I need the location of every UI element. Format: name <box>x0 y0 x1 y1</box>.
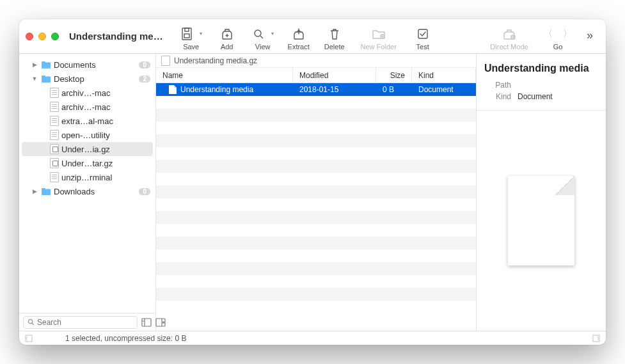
text-file-icon <box>50 172 59 182</box>
preview-panel: Understanding media Path KindDocument <box>477 54 606 331</box>
svg-point-7 <box>28 319 32 323</box>
file-name: Understanding media <box>180 85 253 94</box>
sidebar: ▶Documents0▼Desktop2archiv…-macarchiv…-m… <box>19 54 156 331</box>
empty-row <box>156 275 476 288</box>
folder-icon <box>41 75 51 83</box>
back-button[interactable]: 〈 <box>539 28 558 40</box>
close-window-button[interactable] <box>26 33 33 40</box>
empty-row <box>156 211 476 224</box>
count-badge: 0 <box>139 61 150 68</box>
disclosure-triangle-icon[interactable]: ▶ <box>31 61 38 68</box>
toolbar: ▾ Save Add ▾ View <box>173 22 599 51</box>
sidebar-item[interactable]: ▶Downloads0 <box>19 184 155 198</box>
empty-row <box>156 109 476 122</box>
sidebar-item[interactable]: Under…ia.gz <box>22 142 153 156</box>
sidebar-item[interactable]: ▼Desktop2 <box>19 72 155 86</box>
save-icon: ▾ <box>180 26 202 42</box>
left-grip-icon[interactable] <box>24 334 33 343</box>
sidebar-item[interactable]: open-…utility <box>19 128 155 142</box>
sidebar-item-label: Under…ia.gz <box>61 145 110 154</box>
empty-row <box>156 122 476 134</box>
preview-kind-value: Document <box>518 92 598 101</box>
sidebar-item-label: extra…al-mac <box>61 116 113 126</box>
view-button[interactable]: ▾ View <box>245 26 281 51</box>
sidebar-item[interactable]: Under…tar.gz <box>19 156 155 170</box>
column-modified[interactable]: Modified <box>293 68 376 83</box>
svg-point-3 <box>255 30 261 36</box>
sidebar-item-label: open-…utility <box>61 131 110 140</box>
preview-kind-label: Kind <box>484 92 511 101</box>
toolbar-label: Direct Mode <box>490 43 528 51</box>
minimize-window-button[interactable] <box>38 33 46 40</box>
zoom-window-button[interactable] <box>51 33 59 40</box>
sidebar-item-label: Downloads <box>54 187 95 196</box>
disclosure-triangle-icon[interactable]: ▼ <box>31 75 38 82</box>
search-input[interactable] <box>37 318 133 327</box>
empty-row <box>156 224 476 237</box>
folder-icon <box>41 187 51 196</box>
breadcrumb[interactable]: Understanding media.gz <box>156 54 476 68</box>
go-arrows: 〈 〉 <box>539 26 577 42</box>
file-rows: Understanding media2018-01-150 BDocument <box>156 83 476 331</box>
new-folder-icon <box>371 26 386 42</box>
column-kind[interactable]: Kind <box>412 68 476 83</box>
svg-rect-1 <box>185 28 189 31</box>
window-title: Understanding me… <box>69 31 163 42</box>
test-icon <box>416 26 430 42</box>
status-text: 1 selected, uncompressed size: 0 B <box>33 334 592 343</box>
view-icon: ▾ <box>251 26 274 42</box>
file-row[interactable]: Understanding media2018-01-150 BDocument <box>156 83 476 96</box>
text-file-icon <box>50 130 59 140</box>
forward-button[interactable]: 〉 <box>558 28 577 40</box>
sidebar-footer <box>19 313 155 331</box>
titlebar: Understanding me… ▾ Save Add <box>19 19 606 54</box>
right-grip-icon[interactable] <box>592 334 601 343</box>
sidebar-item[interactable]: extra…al-mac <box>19 114 155 128</box>
toolbar-label: Test <box>416 43 429 51</box>
column-toggle-button[interactable] <box>141 317 152 328</box>
test-button[interactable]: Test <box>405 26 441 51</box>
add-button[interactable]: Add <box>209 26 245 51</box>
column-name[interactable]: Name <box>156 68 293 83</box>
toolbar-label: Delete <box>324 43 345 51</box>
preview-path-label: Path <box>484 81 511 90</box>
archive-icon <box>50 158 59 168</box>
sidebar-item[interactable]: unzip…rminal <box>19 170 155 184</box>
file-modified: 2018-01-15 <box>293 85 376 94</box>
sidebar-item[interactable]: archiv…-mac <box>19 86 155 100</box>
disclosure-triangle-icon[interactable]: ▶ <box>31 188 38 194</box>
svg-rect-8 <box>142 319 151 326</box>
empty-row <box>156 198 476 211</box>
text-file-icon <box>50 88 59 98</box>
column-size[interactable]: Size <box>376 68 412 83</box>
sidebar-item[interactable]: archiv…-mac <box>19 100 155 114</box>
empty-row <box>156 288 476 301</box>
sidebar-tree: ▶Documents0▼Desktop2archiv…-macarchiv…-m… <box>19 54 155 313</box>
status-bar: 1 selected, uncompressed size: 0 B <box>19 331 606 345</box>
sidebar-item-label: Documents <box>54 60 96 70</box>
overflow-button[interactable]: » <box>580 26 599 45</box>
empty-row <box>156 134 476 147</box>
delete-button[interactable]: Delete <box>317 26 352 51</box>
search-field[interactable] <box>23 316 138 329</box>
direct-mode-button: Direct Mode <box>483 26 535 51</box>
file-size: 0 B <box>376 85 412 94</box>
extract-icon <box>292 26 306 42</box>
file-icon <box>161 56 170 66</box>
document-thumbnail <box>508 176 574 265</box>
sidebar-item[interactable]: ▶Documents0 <box>19 58 155 72</box>
sidebar-item-label: archiv…-mac <box>61 102 111 112</box>
search-icon <box>28 319 35 326</box>
empty-row <box>156 147 476 160</box>
archive-icon <box>50 144 59 154</box>
extract-button[interactable]: Extract <box>281 26 317 51</box>
sidebar-item-label: archiv…-mac <box>61 88 111 98</box>
file-kind: Document <box>412 85 476 94</box>
preview-thumbnail-area <box>484 111 598 331</box>
go-nav: 〈 〉 Go <box>535 26 580 51</box>
empty-row <box>156 237 476 249</box>
preview-title: Understanding media <box>484 63 598 74</box>
save-button[interactable]: ▾ Save <box>173 26 209 51</box>
empty-row <box>156 186 476 198</box>
sidebar-item-label: unzip…rminal <box>61 173 112 182</box>
